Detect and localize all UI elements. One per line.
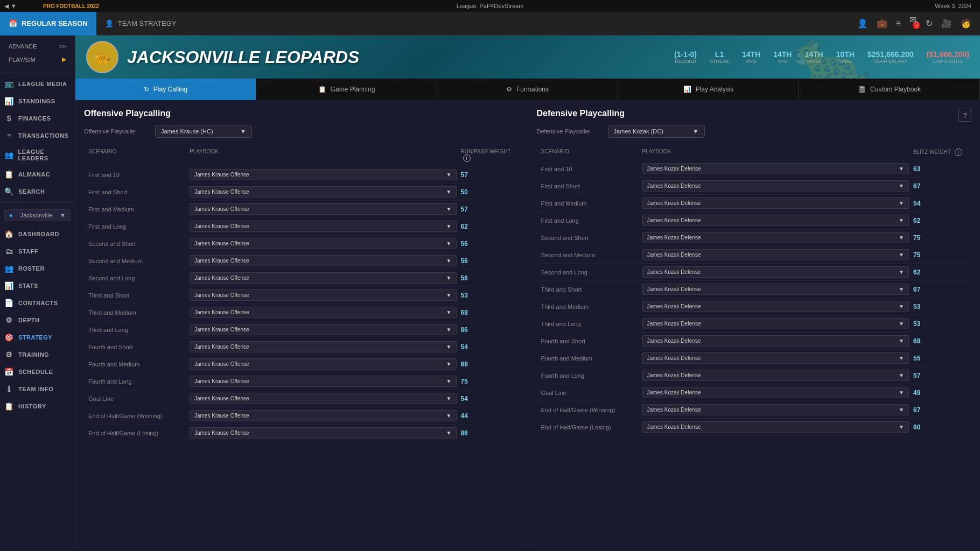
forward-arrow[interactable]: ▼ <box>11 3 17 10</box>
team-strategy-btn[interactable]: 👤 TEAM STRATEGY <box>96 19 185 27</box>
tab-formations[interactable]: ⚙ Formations <box>437 79 618 100</box>
off-playbook-dropdown-12[interactable]: James Krause Offense ▼ <box>190 376 457 387</box>
def-playbook-dropdown-2[interactable]: James Kozak Defense ▼ <box>642 197 909 209</box>
video-icon[interactable]: 🎥 <box>941 18 952 29</box>
def-playbook-dropdown-10[interactable]: James Kozak Defense ▼ <box>642 335 909 347</box>
tab-formations-icon: ⚙ <box>506 86 512 93</box>
person-icon[interactable]: 🧑 <box>961 18 971 29</box>
off-playbook-dropdown-3[interactable]: James Krause Offense ▼ <box>190 221 457 232</box>
sidebar-item-schedule[interactable]: 📅 SCHEDULE <box>0 363 75 380</box>
def-playbook-dropdown-1[interactable]: James Kozak Defense ▼ <box>642 180 909 192</box>
nav-arrows[interactable]: ◀ ▼ <box>4 3 17 10</box>
off-weight-9: 86 <box>461 326 515 334</box>
sidebar-item-strategy[interactable]: 🎯 STRATEGY <box>0 329 75 346</box>
play-sim-btn[interactable]: PLAY/SIM ▶ <box>4 53 71 66</box>
mail-icon[interactable]: ✉9 <box>909 15 917 32</box>
sidebar-item-history[interactable]: 📋 HISTORY <box>0 398 75 415</box>
offensive-table-header: Scenario Playbook Run/Pass Weight i <box>84 146 519 164</box>
def-playbook-dropdown-0[interactable]: James Kozak Defense ▼ <box>642 163 909 174</box>
def-weight-15: 60 <box>913 423 967 431</box>
tab-game-planning[interactable]: 📋 Game Planning <box>256 79 437 100</box>
refresh-icon[interactable]: ↻ <box>926 18 933 29</box>
off-playbook-dropdown-7[interactable]: James Krause Offense ▼ <box>190 289 457 301</box>
tab-play-analysis[interactable]: 📊 Play Analysis <box>618 79 799 100</box>
off-col-playbook: Playbook <box>190 149 457 162</box>
sidebar-item-league-leaders[interactable]: 👥 LEAGUE LEADERS <box>0 144 75 166</box>
off-weight-1: 50 <box>461 188 515 196</box>
schedule-icon: 📅 <box>4 368 14 376</box>
mail-badge: 9 <box>913 22 920 29</box>
off-scenario-2: First and Medium <box>88 206 185 213</box>
salary-label: TEAM SALARY <box>873 59 907 64</box>
off-weight-15: 86 <box>461 429 515 437</box>
tab-play-calling[interactable]: ↻ Play Calling <box>75 79 256 100</box>
sidebar-item-dashboard[interactable]: 🏠 DASHBOARD <box>0 225 75 243</box>
def-col-playbook: Playbook <box>642 149 909 156</box>
help-button[interactable]: ? <box>958 109 971 122</box>
sidebar-item-roster[interactable]: 👥 ROSTER <box>0 260 75 277</box>
off-playbook-dropdown-6[interactable]: James Krause Offense ▼ <box>190 272 457 284</box>
sidebar-item-contracts[interactable]: 📄 CONTRACTS <box>0 294 75 312</box>
team-selector[interactable]: ● Jacksonville ▼ <box>4 209 71 221</box>
sidebar-item-team-info[interactable]: ℹ TEAM INFO <box>0 380 75 398</box>
user-icon[interactable]: 👤 <box>857 18 868 29</box>
off-playbook-dropdown-13[interactable]: James Krause Offense ▼ <box>190 393 457 404</box>
tab-custom-playbook[interactable]: 📓 Custom Playbook <box>799 79 980 100</box>
off-playbook-dropdown-14[interactable]: James Krause Offense ▼ <box>190 410 457 421</box>
back-arrow[interactable]: ◀ <box>4 3 9 10</box>
off-playbook-dropdown-0[interactable]: James Krause Offense ▼ <box>190 169 457 180</box>
blitz-info-icon[interactable]: i <box>955 149 962 156</box>
sidebar-label-standings: STANDINGS <box>18 98 55 104</box>
off-playbook-dropdown-9[interactable]: James Krause Offense ▼ <box>190 324 457 335</box>
off-playbook-dropdown-8[interactable]: James Krause Offense ▼ <box>190 307 457 318</box>
header-nav: 📅 REGULAR SEASON 👤 TEAM STRATEGY 👤 💼 ≡ ✉… <box>0 12 980 36</box>
sidebar-item-finances[interactable]: $ FINANCES <box>0 110 75 127</box>
off-playbook-dropdown-1[interactable]: James Krause Offense ▼ <box>190 186 457 197</box>
off-weight-3: 62 <box>461 223 515 230</box>
briefcase-icon[interactable]: 💼 <box>877 18 887 29</box>
def-playbook-dropdown-15[interactable]: James Kozak Defense ▼ <box>642 421 909 433</box>
def-playbook-dropdown-4[interactable]: James Kozak Defense ▼ <box>642 232 909 243</box>
def-playbook-dropdown-5[interactable]: James Kozak Defense ▼ <box>642 249 909 260</box>
off-playbook-dropdown-11[interactable]: James Krause Offense ▼ <box>190 358 457 370</box>
streak-label: STREAK <box>710 59 729 64</box>
def-playbook-dropdown-8[interactable]: James Kozak Defense ▼ <box>642 301 909 312</box>
sidebar-item-depth[interactable]: ⚙ DEPTH <box>0 312 75 329</box>
defensive-table-row: First and Long James Kozak Defense ▼ 62 <box>537 212 972 229</box>
def-playbook-dropdown-13[interactable]: James Kozak Defense ▼ <box>642 387 909 398</box>
sidebar-item-almanac[interactable]: 📋 ALMANAC <box>0 166 75 183</box>
def-playbook-dropdown-7[interactable]: James Kozak Defense ▼ <box>642 284 909 295</box>
def-playbook-dropdown-14[interactable]: James Kozak Defense ▼ <box>642 404 909 415</box>
defensive-table-row: First and 10 James Kozak Defense ▼ 63 <box>537 160 972 178</box>
sidebar-item-transactions[interactable]: ≡ TRANSACTIONS <box>0 127 75 144</box>
off-playbook-dropdown-15[interactable]: James Krause Offense ▼ <box>190 427 457 439</box>
sidebar-item-stats[interactable]: 📊 STATS <box>0 277 75 294</box>
defensive-playcaller-dropdown[interactable]: James Kozak (DC) ▼ <box>608 125 705 138</box>
sidebar-item-league-media[interactable]: 📺 LEAGUE MEDIA <box>0 75 75 93</box>
play-sim-label: PLAY/SIM <box>9 56 36 63</box>
def-playbook-dropdown-6[interactable]: James Kozak Defense ▼ <box>642 266 909 278</box>
def-scenario-7: Third and Short <box>541 286 638 293</box>
off-playbook-dropdown-10[interactable]: James Krause Offense ▼ <box>190 341 457 352</box>
regular-season-btn[interactable]: 📅 REGULAR SEASON <box>0 12 96 36</box>
def-playbook-dropdown-12[interactable]: James Kozak Defense ▼ <box>642 370 909 381</box>
def-playbook-dropdown-11[interactable]: James Kozak Defense ▼ <box>642 352 909 364</box>
off-scenario-13: Goal Line <box>88 395 185 402</box>
offensive-playcaller-dropdown[interactable]: James Krause (HC) ▼ <box>155 125 252 138</box>
sidebar-item-training[interactable]: ⚙ TRAINING <box>0 346 75 363</box>
run-pass-info-icon[interactable]: i <box>463 154 471 162</box>
sidebar-label-strategy: STRATEGY <box>18 334 52 341</box>
content-area: 🐆 JACKSONVILLE LEOPARDS 🐆 (1-1-0) RECORD… <box>75 36 980 551</box>
bars-icon[interactable]: ≡ <box>896 19 901 29</box>
off-playbook-dropdown-5[interactable]: James Krause Offense ▼ <box>190 255 457 266</box>
def-playbook-dropdown-3[interactable]: James Kozak Defense ▼ <box>642 215 909 226</box>
sidebar-label-staff: STAFF <box>18 248 38 255</box>
def-playbook-dropdown-9[interactable]: James Kozak Defense ▼ <box>642 318 909 329</box>
off-playbook-dropdown-2[interactable]: James Krause Offense ▼ <box>190 203 457 215</box>
off-playbook-dropdown-4[interactable]: James Krause Offense ▼ <box>190 238 457 249</box>
advance-btn[interactable]: ADVANCE >> <box>4 40 71 53</box>
sidebar-item-staff[interactable]: 🗂 STAFF <box>0 243 75 260</box>
sidebar-item-standings[interactable]: 📊 STANDINGS <box>0 93 75 110</box>
defensive-table-row: End of Half/Game (Winning) James Kozak D… <box>537 401 972 419</box>
sidebar-item-search[interactable]: 🔍 SEARCH <box>0 183 75 200</box>
